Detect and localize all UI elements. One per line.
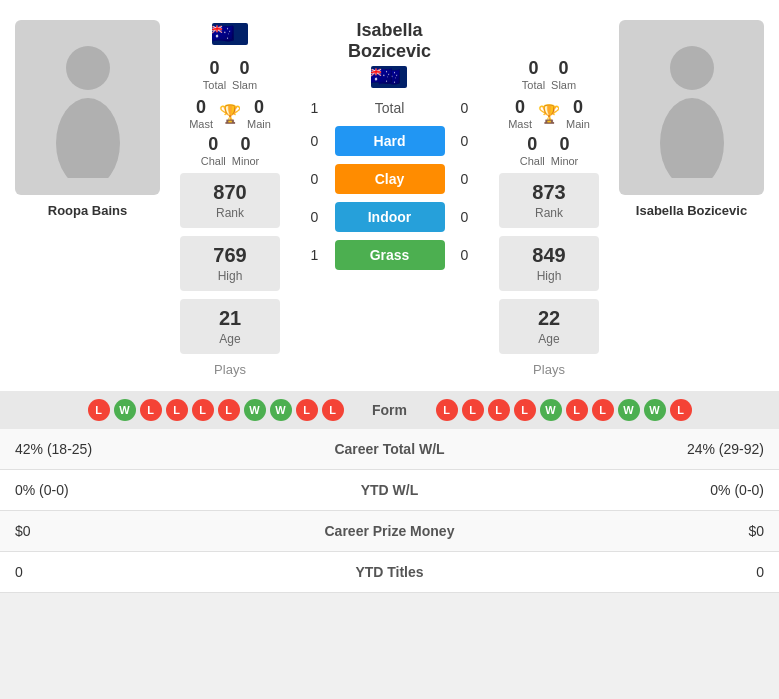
form-badge-right: L (462, 399, 484, 421)
right-main-stat: 0 Main (566, 97, 590, 130)
left-main-stat: 0 Main (247, 97, 271, 130)
stat-right-value: 0 (506, 552, 779, 593)
right-age-box: 22 Age (499, 299, 599, 354)
left-flag-row: 🇦🇺 (212, 14, 248, 54)
svg-point-1 (56, 98, 120, 178)
form-badge-left: L (166, 399, 188, 421)
right-mast-stat: 0 Mast (508, 97, 532, 130)
left-chall-stat: 0 Chall (201, 134, 226, 167)
stat-left-value: 42% (18-25) (0, 429, 273, 470)
right-stats-col: 0 Total 0 Slam 0 Mast 🏆 0 Main (494, 10, 604, 381)
hard-button[interactable]: Hard (335, 126, 445, 156)
left-minor-stat: 0 Minor (232, 134, 260, 167)
form-badge-left: W (114, 399, 136, 421)
stat-left-value: 0 (0, 552, 273, 593)
svg-point-0 (66, 46, 110, 90)
stat-center-label: Career Total W/L (273, 429, 507, 470)
form-badge-right: W (618, 399, 640, 421)
form-badge-left: L (296, 399, 318, 421)
stat-center-label: Career Prize Money (273, 511, 507, 552)
stat-left-value: 0% (0-0) (0, 470, 273, 511)
stats-table: 42% (18-25) Career Total W/L 24% (29-92)… (0, 429, 779, 593)
left-total-stat: 0 Total (203, 58, 226, 91)
right-minor-stat: 0 Minor (551, 134, 579, 167)
left-player-avatar (15, 20, 160, 195)
form-badge-right: L (566, 399, 588, 421)
right-total-stat: 0 Total (522, 58, 545, 91)
stat-right-value: $0 (506, 511, 779, 552)
table-row: 0% (0-0) YTD W/L 0% (0-0) (0, 470, 779, 511)
form-badge-left: L (88, 399, 110, 421)
form-badge-right: L (436, 399, 458, 421)
form-badge-left: W (244, 399, 266, 421)
form-badge-right: L (488, 399, 510, 421)
stat-left-value: $0 (0, 511, 273, 552)
right-player-name-header: IsabellaBozicevic (348, 20, 431, 62)
form-badge-right: L (670, 399, 692, 421)
form-label: Form (350, 402, 430, 418)
left-slam-stat: 0 Slam (232, 58, 257, 91)
left-player-photo-col: Roopa Bains (0, 10, 175, 381)
left-trophy-icon: 🏆 (219, 103, 241, 125)
right-high-box: 849 High (499, 236, 599, 291)
left-player-name: Roopa Bains (48, 203, 127, 218)
stat-right-value: 0% (0-0) (506, 470, 779, 511)
total-label: Total (335, 100, 445, 116)
right-flag-header: 🇦🇺 (371, 66, 407, 88)
form-badge-right: L (514, 399, 536, 421)
stat-center-label: YTD W/L (273, 470, 507, 511)
grass-button[interactable]: Grass (335, 240, 445, 270)
right-plays-label: Plays (533, 362, 565, 377)
form-right: LLLLWLLWWL (436, 399, 765, 421)
left-stats-col: 🇦🇺 0 Total 0 Slam 0 Mast 🏆 (175, 10, 285, 381)
form-badge-right: L (592, 399, 614, 421)
form-badge-right: W (540, 399, 562, 421)
left-age-box: 21 Age (180, 299, 280, 354)
left-mast-stat: 0 Mast (189, 97, 213, 130)
form-left: LWLLLLWWLL (15, 399, 344, 421)
form-badge-left: L (192, 399, 214, 421)
form-badge-left: L (218, 399, 240, 421)
total-row: 1 Total 0 (305, 100, 475, 116)
right-slam-stat: 0 Slam (551, 58, 576, 91)
svg-point-3 (660, 98, 724, 178)
form-badge-left: L (322, 399, 344, 421)
form-badge-right: W (644, 399, 666, 421)
grass-row: 1 Grass 0 (285, 240, 494, 270)
clay-button[interactable]: Clay (335, 164, 445, 194)
middle-col: IsabellaBozicevic 🇦🇺 1 Total 0 0 Hard 0 … (285, 10, 494, 381)
player-section: Roopa Bains 🇦🇺 0 Total 0 Slam (0, 0, 779, 391)
table-row: 0 YTD Titles 0 (0, 552, 779, 593)
hard-row: 0 Hard 0 (285, 126, 494, 156)
indoor-button[interactable]: Indoor (335, 202, 445, 232)
right-rank-box: 873 Rank (499, 173, 599, 228)
right-trophy-icon: 🏆 (538, 103, 560, 125)
right-player-name: Isabella Bozicevic (636, 203, 747, 218)
form-badge-left: L (140, 399, 162, 421)
right-player-photo-col: Isabella Bozicevic (604, 10, 779, 381)
left-flag: 🇦🇺 (212, 23, 248, 45)
form-badge-left: W (270, 399, 292, 421)
left-rank-box: 870 Rank (180, 173, 280, 228)
clay-row: 0 Clay 0 (285, 164, 494, 194)
indoor-row: 0 Indoor 0 (285, 202, 494, 232)
left-plays-label: Plays (214, 362, 246, 377)
form-section: LWLLLLWWLL Form LLLLWLLWWL (0, 391, 779, 429)
svg-point-2 (670, 46, 714, 90)
right-chall-stat: 0 Chall (520, 134, 545, 167)
table-row: 42% (18-25) Career Total W/L 24% (29-92) (0, 429, 779, 470)
table-row: $0 Career Prize Money $0 (0, 511, 779, 552)
stat-right-value: 24% (29-92) (506, 429, 779, 470)
main-container: Roopa Bains 🇦🇺 0 Total 0 Slam (0, 0, 779, 593)
stat-center-label: YTD Titles (273, 552, 507, 593)
left-high-box: 769 High (180, 236, 280, 291)
right-player-avatar (619, 20, 764, 195)
